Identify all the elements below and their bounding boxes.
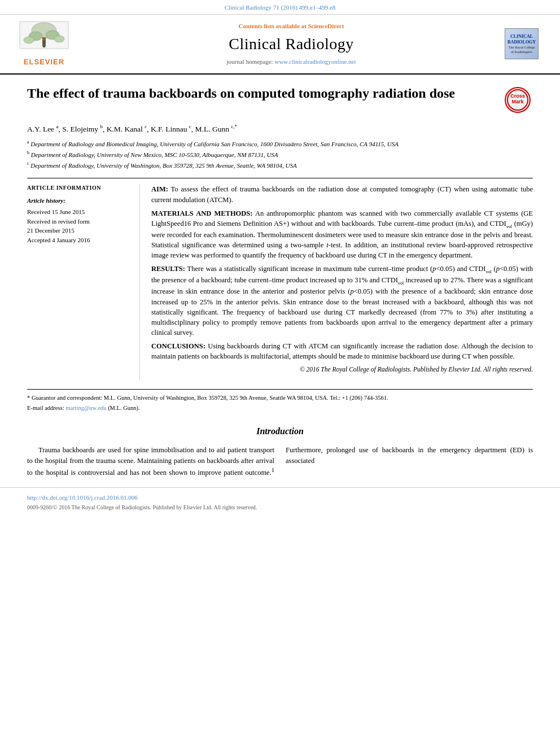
article-info-heading: ARTICLE INFORMATION [27,184,132,192]
svg-text:Mark: Mark [511,99,524,104]
received-revised: Received in revised form21 December 2015 [27,217,132,235]
svg-text:Cross: Cross [510,93,525,99]
citation-text: Clinical Radiology 71 (2016) 499.e1–499.… [225,4,336,11]
journal-title: Clinical Radiology [78,33,505,55]
article-title-area: The effect of trauma backboards on compu… [27,85,533,115]
elsevier-logo: ELSEVIER [10,20,78,67]
article-history-label: Article history: [27,196,132,205]
cr-badge-area: CLINICAL RADIOLOGY The Royal Collegeof R… [505,28,550,59]
svg-point-5 [24,37,34,43]
article-title-text: The effect of trauma backboards on compu… [27,85,505,102]
journal-homepage: journal homepage: www.clinicalradiologyo… [78,58,505,66]
homepage-link[interactable]: www.clinicalradiologyonline.net [274,58,356,65]
article-content: The effect of trauma backboards on compu… [0,75,560,413]
elsevier-name: ELSEVIER [24,57,64,67]
top-citation-bar: Clinical Radiology 71 (2016) 499.e1–499.… [0,0,560,15]
issn-text: 0009-9260/© 2016 The Royal College of Ra… [27,504,533,512]
abstract-methods: MATERIALS AND METHODS: An anthropomorphi… [151,208,533,261]
guarantor-footnote: * Guarantor and correspondent: M.L. Gunn… [27,394,533,403]
crossmark-badge: Cross Mark [505,87,533,115]
introduction-heading: Introduction [27,425,533,438]
page-footer: http://dx.doi.org/10.1016/j.crad.2016.01… [0,487,560,516]
introduction-body: Trauma backboards are used for spine imm… [27,445,533,478]
footnote-area: * Guarantor and correspondent: M.L. Gunn… [27,389,533,412]
svg-point-7 [42,40,46,43]
doi-link[interactable]: http://dx.doi.org/10.1016/j.crad.2016.01… [27,492,533,503]
crossmark-icon: Cross Mark [505,87,531,113]
journal-header: ELSEVIER Contents lists available at Sci… [0,15,560,74]
abstract-text: AIM: To assess the effect of trauma back… [151,184,533,374]
svg-rect-8 [43,43,45,47]
sciencedirect-label: Contents lists available at ScienceDirec… [78,22,505,30]
two-col-section: ARTICLE INFORMATION Article history: Rec… [27,184,533,380]
abstract-aim: AIM: To assess the effect of trauma back… [151,184,533,204]
affiliation-c: c Department of Radiology, University of… [27,160,533,170]
article-info-column: ARTICLE INFORMATION Article history: Rec… [27,184,140,380]
clinical-radiology-badge: CLINICAL RADIOLOGY The Royal Collegeof R… [505,28,539,59]
affiliation-b: b Department of Radiology, University of… [27,150,533,159]
accepted-date: Accepted 4 January 2016 [27,236,132,244]
affiliations: a Department of Radiology and Biomedical… [27,139,533,170]
elsevier-tree-icon [19,20,69,57]
abstract-conclusions: CONCLUSIONS: Using backboards during CT … [151,341,533,361]
received-date: Received 15 June 2015 [27,208,132,216]
email-address: marting@uw.edu [65,405,106,411]
header-rule [27,178,533,178]
svg-point-6 [54,36,64,42]
intro-paragraph-1: Trauma backboards are used for spine imm… [27,445,533,478]
abstract-results: RESULTS: There was a statistically signi… [151,264,533,338]
introduction-section: Introduction Trauma backboards are used … [0,414,560,478]
elsevier-logo-area: ELSEVIER [10,20,78,67]
sciencedirect-name: ScienceDirect [308,23,344,29]
journal-header-center: Contents lists available at ScienceDirec… [78,22,505,66]
abstract-copyright: © 2016 The Royal College of Radiologists… [151,365,533,374]
abstract-column: AIM: To assess the effect of trauma back… [151,184,533,380]
affiliation-a: a Department of Radiology and Biomedical… [27,139,533,148]
authors-line: A.Y. Lee a, S. Elojeimy b, K.M. Kanal c,… [27,123,533,134]
email-footnote: E-mail address: marting@uw.edu (M.L. Gun… [27,404,533,413]
